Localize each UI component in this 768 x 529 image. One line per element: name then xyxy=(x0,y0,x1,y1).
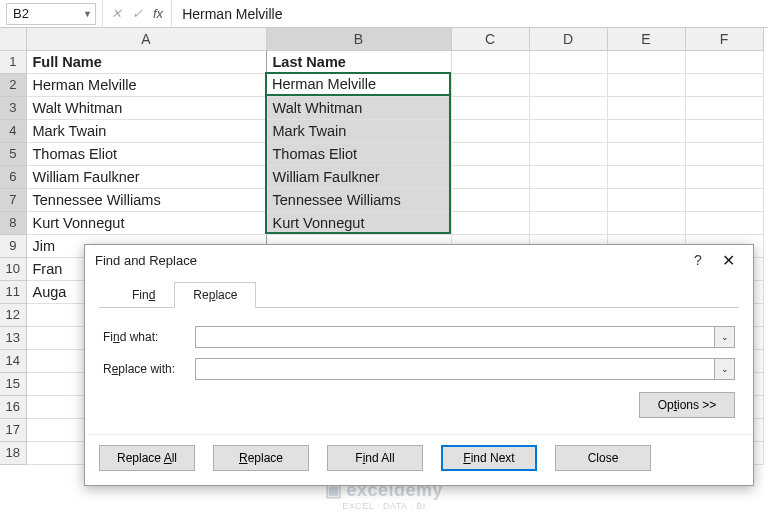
col-header-C[interactable]: C xyxy=(451,28,529,50)
replace-with-label: Replace with: xyxy=(103,362,195,376)
cell-D4[interactable] xyxy=(529,119,607,142)
cell-F8[interactable] xyxy=(685,211,763,234)
cell-D8[interactable] xyxy=(529,211,607,234)
cell-C3[interactable] xyxy=(451,96,529,119)
cell-A3[interactable]: Walt Whitman xyxy=(26,96,266,119)
replace-with-dropdown-icon[interactable]: ⌄ xyxy=(715,358,735,380)
name-box[interactable]: B2 ▼ xyxy=(6,3,96,25)
row-header-11[interactable]: 11 xyxy=(0,280,26,303)
cell-B1[interactable]: Last Name xyxy=(266,50,451,73)
row-header-16[interactable]: 16 xyxy=(0,395,26,418)
formula-controls: ✕ ✓ fx xyxy=(102,0,172,27)
cell-F5[interactable] xyxy=(685,142,763,165)
confirm-icon: ✓ xyxy=(132,6,143,21)
cell-C7[interactable] xyxy=(451,188,529,211)
col-header-F[interactable]: F xyxy=(685,28,763,50)
col-header-A[interactable]: A xyxy=(26,28,266,50)
cell-B6[interactable]: William Faulkner xyxy=(266,165,451,188)
close-button[interactable]: Close xyxy=(555,445,651,471)
cell-F6[interactable] xyxy=(685,165,763,188)
dialog-tabs: Find Replace xyxy=(99,281,739,308)
row-header-9[interactable]: 9 xyxy=(0,234,26,257)
tab-replace[interactable]: Replace xyxy=(174,282,256,308)
cell-F7[interactable] xyxy=(685,188,763,211)
cell-B5[interactable]: Thomas Eliot xyxy=(266,142,451,165)
cell-A5[interactable]: Thomas Eliot xyxy=(26,142,266,165)
row-header-1[interactable]: 1 xyxy=(0,50,26,73)
row-header-2[interactable]: 2 xyxy=(0,73,26,96)
cell-D7[interactable] xyxy=(529,188,607,211)
cell-C8[interactable] xyxy=(451,211,529,234)
cell-E1[interactable] xyxy=(607,50,685,73)
replace-button[interactable]: Replace xyxy=(213,445,309,471)
row-header-14[interactable]: 14 xyxy=(0,349,26,372)
cell-A8[interactable]: Kurt Vonnegut xyxy=(26,211,266,234)
col-header-B[interactable]: B xyxy=(266,28,451,50)
row-header-17[interactable]: 17 xyxy=(0,418,26,441)
cell-A2[interactable]: Herman Melville xyxy=(26,73,266,96)
cell-D6[interactable] xyxy=(529,165,607,188)
col-header-D[interactable]: D xyxy=(529,28,607,50)
row-header-18[interactable]: 18 xyxy=(0,441,26,464)
row-header-10[interactable]: 10 xyxy=(0,257,26,280)
replace-with-input[interactable] xyxy=(195,358,715,380)
cell-D3[interactable] xyxy=(529,96,607,119)
formula-input[interactable]: Herman Melville xyxy=(172,6,768,22)
cell-A1[interactable]: Full Name xyxy=(26,50,266,73)
row-header-8[interactable]: 8 xyxy=(0,211,26,234)
cell-D5[interactable] xyxy=(529,142,607,165)
dialog-titlebar[interactable]: Find and Replace ? ✕ xyxy=(85,245,753,275)
dialog-help-icon[interactable]: ? xyxy=(683,252,713,268)
cell-D2[interactable] xyxy=(529,73,607,96)
cell-B3[interactable]: Walt Whitman xyxy=(266,96,451,119)
cell-B2[interactable]: Herman Melville xyxy=(266,73,451,96)
cell-A4[interactable]: Mark Twain xyxy=(26,119,266,142)
cell-E3[interactable] xyxy=(607,96,685,119)
cell-E4[interactable] xyxy=(607,119,685,142)
select-all-corner[interactable] xyxy=(0,28,26,50)
cell-F3[interactable] xyxy=(685,96,763,119)
col-header-E[interactable]: E xyxy=(607,28,685,50)
row-header-15[interactable]: 15 xyxy=(0,372,26,395)
cell-A6[interactable]: William Faulkner xyxy=(26,165,266,188)
cell-E2[interactable] xyxy=(607,73,685,96)
row-header-12[interactable]: 12 xyxy=(0,303,26,326)
dialog-close-icon[interactable]: ✕ xyxy=(713,251,743,270)
formula-bar: B2 ▼ ✕ ✓ fx Herman Melville xyxy=(0,0,768,28)
row-header-4[interactable]: 4 xyxy=(0,119,26,142)
cancel-icon: ✕ xyxy=(111,6,122,21)
row-header-5[interactable]: 5 xyxy=(0,142,26,165)
options-button[interactable]: Options >> xyxy=(639,392,735,418)
name-box-dropdown-icon[interactable]: ▼ xyxy=(83,9,92,19)
find-what-label: Find what: xyxy=(103,330,195,344)
cell-E6[interactable] xyxy=(607,165,685,188)
cell-C5[interactable] xyxy=(451,142,529,165)
cell-C1[interactable] xyxy=(451,50,529,73)
find-all-button[interactable]: Find All xyxy=(327,445,423,471)
cell-B7[interactable]: Tennessee Williams xyxy=(266,188,451,211)
find-next-button[interactable]: Find Next xyxy=(441,445,537,471)
cell-B4[interactable]: Mark Twain xyxy=(266,119,451,142)
find-replace-dialog: Find and Replace ? ✕ Find Replace Find w… xyxy=(84,244,754,486)
row-header-13[interactable]: 13 xyxy=(0,326,26,349)
cell-E7[interactable] xyxy=(607,188,685,211)
cell-B8[interactable]: Kurt Vonnegut xyxy=(266,211,451,234)
find-what-dropdown-icon[interactable]: ⌄ xyxy=(715,326,735,348)
cell-E5[interactable] xyxy=(607,142,685,165)
cell-F4[interactable] xyxy=(685,119,763,142)
row-header-3[interactable]: 3 xyxy=(0,96,26,119)
cell-D1[interactable] xyxy=(529,50,607,73)
cell-F1[interactable] xyxy=(685,50,763,73)
replace-all-button[interactable]: Replace All xyxy=(99,445,195,471)
cell-C6[interactable] xyxy=(451,165,529,188)
fx-icon[interactable]: fx xyxy=(153,6,163,21)
cell-C4[interactable] xyxy=(451,119,529,142)
cell-A7[interactable]: Tennessee Williams xyxy=(26,188,266,211)
row-header-6[interactable]: 6 xyxy=(0,165,26,188)
cell-E8[interactable] xyxy=(607,211,685,234)
cell-F2[interactable] xyxy=(685,73,763,96)
tab-find[interactable]: Find xyxy=(113,282,174,308)
cell-C2[interactable] xyxy=(451,73,529,96)
find-what-input[interactable] xyxy=(195,326,715,348)
row-header-7[interactable]: 7 xyxy=(0,188,26,211)
